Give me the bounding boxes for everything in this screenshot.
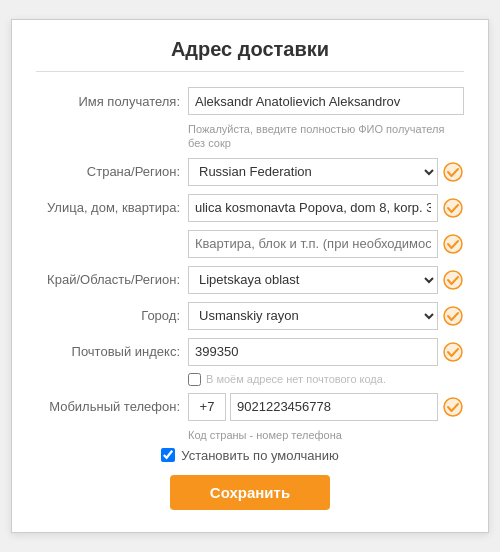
region-label: Край/Область/Регион: [36,272,188,287]
phone-label: Мобильный телефон: [36,399,188,414]
name-hint: Пожалуйста, введите полностью ФИО получа… [188,122,464,151]
postal-input-wrapper [188,338,438,366]
apt-row [36,229,464,259]
street-input[interactable] [188,194,438,222]
name-field [188,87,464,115]
default-row: Установить по умолчанию [36,448,464,463]
region-field: Lipetskaya oblast [188,266,464,294]
phone-row: Мобильный телефон: [36,392,464,422]
name-input-wrapper [188,87,464,115]
country-label: Страна/Регион: [36,164,188,179]
phone-field [188,393,464,421]
city-label: Город: [36,308,188,323]
default-checkbox[interactable] [161,448,175,462]
no-postal-row: В моём адресе нет почтового кода. [188,373,464,386]
phone-number-input[interactable] [230,393,438,421]
street-input-wrapper [188,194,438,222]
street-check-icon [442,197,464,219]
city-row: Город: Usmanskiy rayon [36,301,464,331]
default-label: Установить по умолчанию [181,448,338,463]
postal-row: Почтовый индекс: [36,337,464,367]
postal-check-icon [442,341,464,363]
apt-input[interactable] [188,230,438,258]
save-button[interactable]: Сохранить [170,475,330,510]
region-row: Край/Область/Регион: Lipetskaya oblast [36,265,464,295]
city-check-icon [442,305,464,327]
postal-input[interactable] [188,338,438,366]
postal-field [188,338,464,366]
street-row: Улица, дом, квартира: [36,193,464,223]
country-row: Страна/Регион: Russian Federation [36,157,464,187]
phone-hint: Код страны - номер телефона [188,428,464,442]
name-label: Имя получателя: [36,94,188,109]
phone-check-icon [442,396,464,418]
apt-field [188,230,464,258]
postal-label: Почтовый индекс: [36,344,188,359]
city-select[interactable]: Usmanskiy rayon [188,302,438,330]
street-field [188,194,464,222]
country-select[interactable]: Russian Federation [188,158,438,186]
apt-input-wrapper [188,230,438,258]
phone-prefix-input[interactable] [188,393,226,421]
street-label: Улица, дом, квартира: [36,200,188,215]
country-field: Russian Federation [188,158,464,186]
city-field: Usmanskiy rayon [188,302,464,330]
phone-inputs [188,393,438,421]
region-check-icon [442,269,464,291]
delivery-address-dialog: Адрес доставки Имя получателя: Пожалуйст… [11,19,489,533]
name-row: Имя получателя: [36,86,464,116]
no-postal-checkbox[interactable] [188,373,201,386]
name-input[interactable] [188,87,464,115]
no-postal-label: В моём адресе нет почтового кода. [206,373,386,385]
country-check-icon [442,161,464,183]
apt-check-icon [442,233,464,255]
region-select[interactable]: Lipetskaya oblast [188,266,438,294]
dialog-title: Адрес доставки [36,38,464,72]
